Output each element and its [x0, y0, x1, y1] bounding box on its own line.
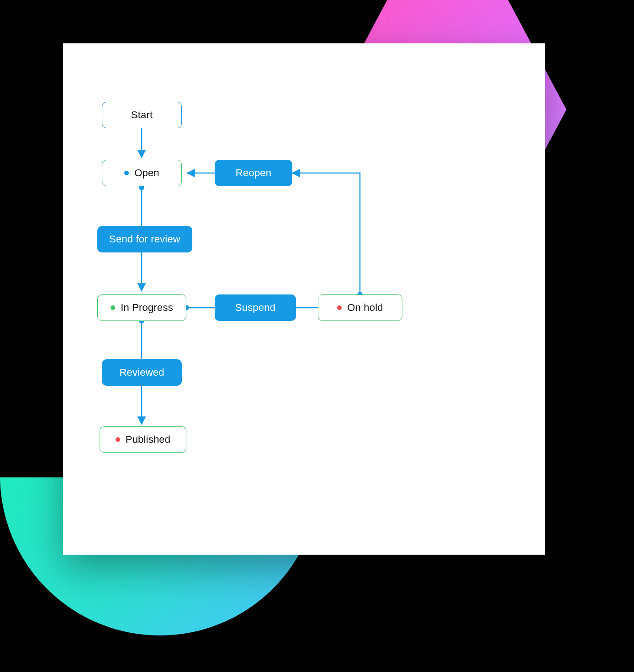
- node-reviewed: Reviewed: [102, 359, 182, 386]
- node-label: Reviewed: [119, 367, 164, 378]
- node-send-for-review: Send for review: [97, 226, 192, 252]
- node-label: Reopen: [236, 167, 271, 179]
- node-label: Start: [131, 109, 153, 121]
- status-dot-icon: [116, 437, 120, 442]
- node-published: Published: [100, 426, 186, 453]
- node-label: Published: [126, 434, 170, 446]
- node-label: Suspend: [235, 302, 275, 314]
- node-in-progress: In Progress: [97, 294, 186, 321]
- diagram-card: Start Open Reopen Send for review In Pro…: [63, 43, 545, 555]
- node-start: Start: [102, 102, 182, 128]
- node-open: Open: [102, 160, 182, 186]
- status-dot-icon: [337, 305, 342, 310]
- status-dot-icon: [124, 171, 129, 175]
- node-label: Open: [134, 167, 159, 179]
- workflow-diagram: Start Open Reopen Send for review In Pro…: [63, 43, 545, 555]
- node-label: On hold: [347, 302, 383, 314]
- node-on-hold: On hold: [318, 294, 402, 321]
- node-label: Send for review: [109, 233, 180, 245]
- node-label: In Progress: [121, 302, 173, 314]
- node-reopen: Reopen: [215, 160, 292, 186]
- status-dot-icon: [111, 305, 115, 310]
- node-suspend: Suspend: [215, 294, 296, 321]
